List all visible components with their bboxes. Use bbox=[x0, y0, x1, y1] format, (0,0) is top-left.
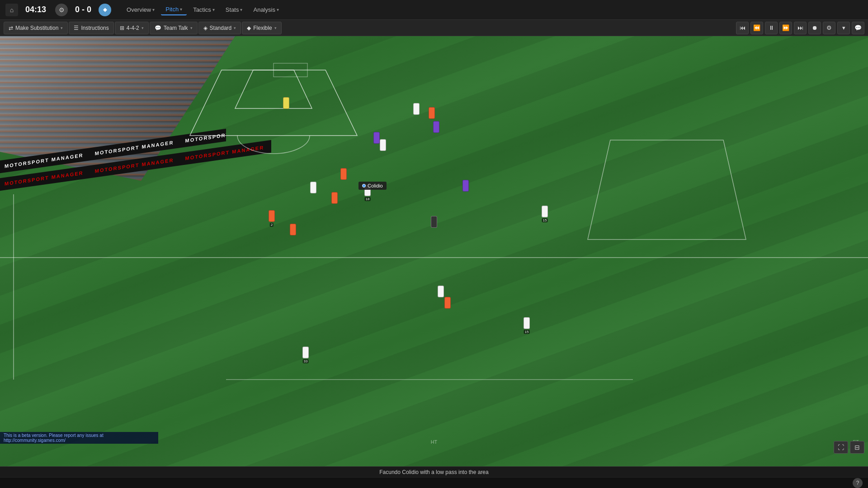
instructions-button[interactable]: ☰ Instructions bbox=[69, 22, 113, 34]
player-purple-2[interactable] bbox=[373, 132, 380, 144]
rewind-button[interactable]: ⏪ bbox=[750, 22, 763, 34]
player-dark-1[interactable] bbox=[431, 216, 437, 228]
nav-overview[interactable]: Overview ▾ bbox=[122, 4, 159, 15]
player-white-2[interactable] bbox=[380, 139, 386, 151]
status-message: Facundo Colidio with a low pass into the… bbox=[379, 469, 488, 475]
player-orange-6[interactable] bbox=[444, 297, 451, 309]
match-toolbar: ⇄ Make Substitution ▾ ☰ Instructions ⊞ 4… bbox=[0, 20, 868, 36]
match-score: 0 - 0 bbox=[75, 5, 91, 14]
formation-button[interactable]: ⊞ 4-4-2 ▾ bbox=[115, 22, 149, 34]
nav-tactics[interactable]: Tactics ▾ bbox=[189, 4, 219, 15]
half-time-label: HT bbox=[431, 439, 438, 445]
settings-button[interactable]: ⚙ bbox=[55, 4, 68, 16]
chevron-down-icon: ▾ bbox=[277, 7, 279, 12]
fast-forward-button[interactable]: ⏩ bbox=[779, 22, 792, 34]
instructions-icon: ☰ bbox=[74, 25, 79, 31]
player-orange-2[interactable] bbox=[340, 168, 347, 180]
mentality-button[interactable]: ◈ Standard ▾ bbox=[198, 22, 241, 34]
player-white-7[interactable]: 33 bbox=[302, 347, 309, 358]
player-white-1[interactable] bbox=[413, 103, 420, 115]
top-navigation: ⌂ 04:13 ⚙ 0 - 0 ◆ Overview ▾ Pitch ▾ Tac… bbox=[0, 0, 868, 20]
fullscreen-button[interactable]: ⛶ bbox=[834, 441, 848, 454]
more-options-button[interactable]: ⚙ bbox=[823, 22, 835, 34]
chevron-down-icon: ▾ bbox=[142, 26, 144, 30]
home-button[interactable]: ⌂ bbox=[5, 4, 18, 16]
team-badge: ◆ bbox=[99, 4, 111, 16]
pause-button[interactable]: ⏸ bbox=[765, 22, 778, 34]
status-bar: Facundo Colidio with a low pass into the… bbox=[0, 466, 868, 477]
player-gk[interactable] bbox=[283, 97, 289, 109]
player-number: 15 bbox=[524, 330, 530, 334]
nav-analysis[interactable]: Analysis ▾ bbox=[249, 4, 283, 15]
make-substitution-button[interactable]: ⇄ Make Substitution ▾ bbox=[4, 22, 68, 34]
chevron-down-icon: ▾ bbox=[274, 26, 277, 30]
style-icon: ◆ bbox=[247, 25, 251, 31]
player-white-6[interactable]: 15 bbox=[524, 317, 530, 329]
substitution-icon: ⇄ bbox=[9, 25, 13, 31]
player-number: 2 bbox=[270, 223, 274, 227]
match-timer: 04:13 bbox=[25, 5, 48, 14]
mentality-icon: ◈ bbox=[203, 25, 208, 31]
view-controls: ⛶ ⊟ bbox=[834, 441, 864, 454]
player-white-5[interactable] bbox=[438, 286, 444, 297]
player-purple-1[interactable] bbox=[433, 121, 439, 133]
layout-button[interactable]: ⊟ bbox=[850, 441, 864, 454]
bottom-help-bar: ? bbox=[0, 477, 868, 488]
player-orange-1[interactable] bbox=[429, 107, 435, 119]
style-button[interactable]: ◆ Flexible ▾ bbox=[242, 22, 281, 34]
skip-to-end-button[interactable]: ⏭ bbox=[794, 22, 807, 34]
chevron-down-icon: ▾ bbox=[190, 26, 193, 30]
nav-pitch[interactable]: Pitch ▾ bbox=[161, 4, 187, 15]
chevron-down-icon: ▾ bbox=[234, 26, 236, 30]
team-talk-button[interactable]: 💬 Team Talk ▾ bbox=[150, 22, 198, 34]
nav-stats[interactable]: Stats ▾ bbox=[221, 4, 247, 15]
chevron-down-icon: ▾ bbox=[61, 26, 63, 30]
player-white-4[interactable]: 15 bbox=[542, 206, 548, 217]
player-number: 18 bbox=[365, 197, 371, 201]
player-white-3[interactable] bbox=[310, 182, 316, 193]
chat-button[interactable]: 💬 bbox=[852, 22, 864, 34]
player-orange-4[interactable]: 2 bbox=[269, 210, 275, 222]
player-number: 33 bbox=[303, 359, 309, 363]
player-orange-3[interactable] bbox=[331, 192, 338, 204]
chevron-down-icon: ▾ bbox=[180, 7, 182, 12]
chevron-down-icon: ▾ bbox=[212, 7, 215, 12]
tooltip-dot bbox=[362, 184, 366, 188]
skip-to-start-button[interactable]: ⏮ bbox=[736, 22, 749, 34]
chevron-down-icon: ▾ bbox=[152, 7, 155, 12]
formation-icon: ⊞ bbox=[120, 25, 124, 31]
player-number: 15 bbox=[542, 218, 548, 222]
pitch-view: MOTORSPORT MANAGER MOTORSPORT MANAGER MO… bbox=[0, 36, 868, 466]
player-purple-3[interactable] bbox=[462, 180, 469, 192]
chevron-down-icon: ▾ bbox=[240, 7, 242, 12]
help-button[interactable]: ? bbox=[853, 478, 863, 488]
expand-button[interactable]: ▾ bbox=[837, 22, 850, 34]
speech-icon: 💬 bbox=[155, 25, 161, 31]
player-tooltip: Colidio bbox=[359, 182, 387, 190]
beta-notice: This is a beta version. Please report an… bbox=[0, 432, 158, 444]
record-button[interactable]: ⏺ bbox=[808, 22, 821, 34]
playback-controls: ⏮ ⏪ ⏸ ⏩ ⏭ ⏺ ⚙ ▾ 💬 bbox=[736, 22, 864, 34]
nav-links: Overview ▾ Pitch ▾ Tactics ▾ Stats ▾ Ana… bbox=[122, 4, 283, 15]
player-orange-5[interactable] bbox=[290, 224, 296, 235]
tooltip-player-name: Colidio bbox=[368, 183, 383, 188]
